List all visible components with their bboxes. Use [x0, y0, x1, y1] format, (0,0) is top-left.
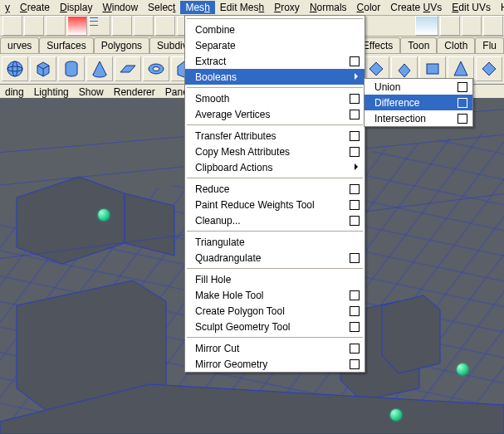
menuitem-cleanup-[interactable]: Cleanup...	[185, 212, 365, 228]
option-box-icon[interactable]	[350, 131, 360, 141]
light-gizmo-icon[interactable]	[98, 209, 110, 221]
svg-marker-21	[454, 61, 467, 76]
tool-icon[interactable]	[89, 16, 110, 36]
menuitem-make-hole-tool[interactable]: Make Hole Tool	[185, 287, 365, 303]
menuitem-label: Create Polygon Tool	[195, 305, 285, 317]
option-box-icon[interactable]	[350, 110, 360, 119]
plane-icon[interactable]	[115, 56, 141, 81]
menu-create-uvs[interactable]: Create UVs	[385, 1, 447, 14]
menuitem-paint-reduce-weights-tool[interactable]: Paint Reduce Weights Tool	[185, 197, 365, 212]
menuitem-quadrangulate[interactable]: Quadrangulate	[185, 250, 365, 266]
tool-icon[interactable]	[2, 16, 22, 36]
tool-icon[interactable]	[462, 16, 482, 36]
light-gizmo-icon[interactable]	[457, 363, 468, 375]
option-box-icon[interactable]	[458, 114, 467, 124]
shelf-tab-toon[interactable]: Toon	[400, 37, 437, 53]
tool-icon[interactable]	[483, 16, 503, 36]
shelf-tab-surfaces[interactable]: Surfaces	[39, 37, 93, 53]
menu-y[interactable]: y	[0, 1, 15, 14]
menuitem-label: Reduce	[195, 183, 229, 195]
menuitem-sculpt-geometry-tool[interactable]: Sculpt Geometry Tool	[185, 319, 365, 334]
svg-marker-18	[369, 62, 383, 76]
svg-marker-19	[399, 64, 410, 77]
menuitem-mirror-geometry[interactable]: Mirror Geometry	[185, 356, 365, 372]
option-box-icon[interactable]	[350, 290, 360, 300]
option-box-icon[interactable]	[458, 98, 467, 108]
tool-icon[interactable]	[415, 16, 438, 36]
svg-point-9	[153, 67, 159, 71]
menu-mesh[interactable]: Mesh	[180, 1, 214, 14]
menuitem-label: Mirror Geometry	[195, 358, 267, 370]
panel-menu-lighting[interactable]: Lighting	[34, 86, 69, 98]
menuitem-label: Mirror Cut	[195, 343, 239, 354]
option-box-icon[interactable]	[350, 184, 360, 194]
menuitem-label: Paint Reduce Weights Tool	[195, 199, 315, 211]
menuitem-label: Make Hole Tool	[195, 290, 264, 301]
booleans-submenu: UnionDifferenceIntersection	[364, 78, 473, 127]
menuitem-clipboard-actions[interactable]: Clipboard Actions	[185, 159, 365, 175]
menu-edit-uvs[interactable]: Edit UVs	[447, 1, 496, 14]
tool-icon[interactable]	[112, 16, 132, 36]
menu-normals[interactable]: Normals	[305, 1, 352, 14]
menuitem-reduce[interactable]: Reduce	[185, 181, 365, 197]
menuitem-label: Booleans	[195, 71, 237, 83]
menuitem-triangulate[interactable]: Triangulate	[185, 234, 365, 250]
menuitem-combine[interactable]: Combine	[185, 22, 365, 37]
menu-display[interactable]: Display	[55, 1, 97, 14]
menuitem-intersection[interactable]: Intersection	[365, 110, 472, 126]
menu-he[interactable]: He	[496, 1, 504, 14]
option-box-icon[interactable]	[350, 200, 360, 210]
menu-proxy[interactable]: Proxy	[269, 1, 305, 14]
option-box-icon[interactable]	[350, 94, 360, 104]
tool-icon[interactable]	[46, 16, 66, 36]
light-gizmo-icon[interactable]	[390, 409, 402, 421]
panel-menu-show[interactable]: Show	[79, 86, 104, 98]
shelf-tab-flu[interactable]: Flu	[475, 37, 504, 53]
shelf-tool-icon[interactable]	[476, 56, 502, 81]
option-box-icon[interactable]	[350, 147, 360, 157]
menuitem-separate[interactable]: Separate	[185, 37, 365, 53]
menuitem-booleans[interactable]: Booleans	[185, 69, 365, 85]
panel-menu-ding[interactable]: ding	[5, 86, 24, 98]
svg-marker-7	[120, 66, 135, 72]
option-box-icon[interactable]	[458, 82, 467, 92]
option-box-icon[interactable]	[350, 322, 360, 332]
menuitem-fill-hole[interactable]: Fill Hole	[185, 271, 365, 287]
torus-icon[interactable]	[143, 56, 169, 81]
option-box-icon[interactable]	[350, 344, 360, 354]
tool-icon[interactable]	[24, 16, 44, 36]
menu-window[interactable]: Window	[97, 1, 143, 14]
tool-icon[interactable]	[155, 16, 175, 36]
menu-edit-mesh[interactable]: Edit Mesh	[215, 1, 269, 14]
cone-icon[interactable]	[86, 56, 113, 81]
cylinder-icon[interactable]	[58, 56, 85, 81]
shelf-tab-polygons[interactable]: Polygons	[94, 37, 149, 53]
option-box-icon[interactable]	[350, 306, 360, 316]
menuitem-mirror-cut[interactable]: Mirror Cut	[185, 340, 365, 356]
option-box-icon[interactable]	[350, 359, 360, 369]
menuitem-create-polygon-tool[interactable]: Create Polygon Tool	[185, 303, 365, 319]
menuitem-label: Clipboard Actions	[195, 162, 272, 173]
menuitem-smooth[interactable]: Smooth	[185, 90, 365, 106]
menu-select[interactable]: Select	[143, 1, 180, 14]
menu-color[interactable]: Color	[352, 1, 386, 14]
menuitem-average-vertices[interactable]: Average Vertices	[185, 106, 365, 122]
option-box-icon[interactable]	[350, 216, 360, 226]
shelf-tab-cloth[interactable]: Cloth	[437, 37, 475, 53]
menuitem-label: Union	[374, 81, 400, 93]
tool-icon[interactable]	[440, 16, 460, 36]
shelf-tab-urves[interactable]: urves	[0, 37, 39, 53]
panel-menu-renderer[interactable]: Renderer	[114, 86, 155, 98]
menu-create[interactable]: Create	[15, 1, 55, 14]
menuitem-copy-mesh-attributes[interactable]: Copy Mesh Attributes	[185, 144, 365, 159]
cube-icon[interactable]	[30, 56, 56, 81]
tool-icon[interactable]	[67, 16, 87, 36]
menuitem-union[interactable]: Union	[365, 79, 472, 95]
menuitem-transfer-attributes[interactable]: Transfer Attributes	[185, 128, 365, 144]
menuitem-extract[interactable]: Extract	[185, 53, 365, 69]
sphere-icon[interactable]	[2, 56, 28, 81]
menuitem-difference[interactable]: Difference	[365, 95, 472, 110]
option-box-icon[interactable]	[350, 253, 360, 263]
tool-icon[interactable]	[134, 16, 154, 36]
option-box-icon[interactable]	[350, 56, 360, 66]
